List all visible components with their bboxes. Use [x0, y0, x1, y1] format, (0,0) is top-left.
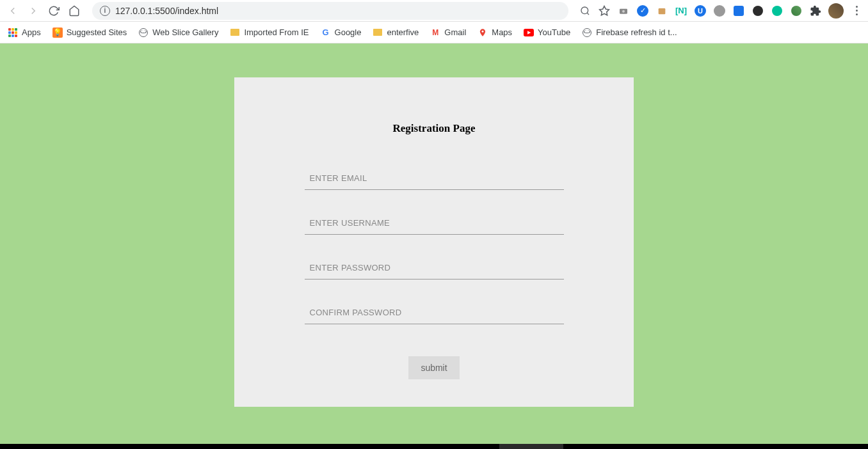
reload-button[interactable]	[46, 3, 61, 19]
globe-icon	[138, 28, 149, 38]
submit-button[interactable]: submit	[408, 356, 460, 379]
google-icon: G	[321, 28, 331, 38]
bookmark-apps[interactable]: Apps	[8, 28, 41, 38]
bookmarks-bar: Apps 💡 Suggested Sites Web Slice Gallery…	[0, 22, 868, 43]
back-button[interactable]	[5, 3, 20, 19]
bookmark-label: Firebase refresh id t...	[596, 28, 677, 37]
svg-line-1	[587, 13, 589, 15]
email-field[interactable]	[305, 167, 564, 190]
bookmark-suggested-sites[interactable]: 💡 Suggested Sites	[52, 28, 127, 38]
profile-avatar[interactable]	[828, 3, 844, 19]
bookmark-label: Web Slice Gallery	[152, 28, 218, 37]
bookmark-star-icon[interactable]	[598, 4, 611, 17]
svg-rect-5	[659, 8, 666, 14]
bookmark-youtube[interactable]: YouTube	[524, 28, 570, 38]
page-title: Registration Page	[273, 122, 595, 135]
extension-globe-icon[interactable]	[790, 4, 803, 17]
bookmark-google[interactable]: G Google	[321, 28, 362, 38]
folder-icon	[230, 28, 240, 38]
password-field[interactable]	[305, 256, 564, 280]
bookmark-label: Apps	[22, 28, 41, 37]
youtube-icon	[524, 28, 534, 38]
bookmark-maps[interactable]: Maps	[478, 28, 512, 38]
extension-blue-icon[interactable]	[732, 4, 745, 17]
home-button[interactable]	[67, 3, 82, 19]
taskbar-segment	[499, 444, 563, 449]
extension-robot-icon[interactable]	[655, 4, 668, 17]
confirm-password-field[interactable]	[305, 301, 564, 324]
site-info-icon[interactable]: i	[100, 6, 110, 16]
maps-pin-icon	[478, 28, 488, 38]
extension-check-icon[interactable]: ✓	[636, 4, 649, 17]
extension-block-icon[interactable]	[713, 4, 726, 17]
svg-marker-2	[600, 6, 609, 15]
username-field[interactable]	[305, 212, 564, 235]
lightbulb-icon: 💡	[52, 28, 63, 38]
bookmark-label: YouTube	[538, 28, 570, 37]
svg-point-0	[581, 7, 588, 14]
extension-shield-icon[interactable]: U	[694, 4, 707, 17]
forward-button[interactable]	[26, 3, 41, 19]
taskbar	[0, 444, 868, 449]
bookmark-imported-ie[interactable]: Imported From IE	[230, 28, 309, 38]
extension-n-icon[interactable]: [N]	[675, 4, 687, 17]
browser-toolbar: i 127.0.0.1:5500/index.html ✓ [N] U	[0, 0, 868, 22]
bookmark-label: Gmail	[444, 28, 466, 37]
svg-point-4	[622, 10, 625, 12]
zoom-icon[interactable]	[579, 4, 591, 17]
page-body: Registration Page submit	[0, 43, 868, 444]
bookmark-label: Maps	[492, 28, 512, 37]
bookmark-enterfive[interactable]: enterfive	[373, 28, 419, 38]
menu-button[interactable]	[850, 6, 863, 15]
address-bar[interactable]: i 127.0.0.1:5500/index.html	[92, 2, 568, 20]
bookmark-label: Google	[335, 28, 362, 37]
bookmark-label: enterfive	[387, 28, 419, 37]
bookmark-label: Suggested Sites	[67, 28, 127, 37]
bookmark-label: Imported From IE	[244, 28, 309, 37]
svg-point-6	[482, 30, 484, 32]
registration-card: Registration Page submit	[234, 77, 634, 407]
extension-dark-icon[interactable]	[751, 4, 764, 17]
extensions-puzzle-icon[interactable]	[809, 4, 822, 17]
url-text: 127.0.0.1:5500/index.html	[115, 6, 561, 16]
apps-grid-icon	[8, 28, 18, 38]
toolbar-icons: ✓ [N] U	[579, 3, 863, 19]
extension-green-icon[interactable]	[771, 4, 784, 17]
bookmark-firebase[interactable]: Firebase refresh id t...	[582, 28, 677, 38]
gmail-icon: M	[430, 28, 440, 38]
bookmark-web-slice[interactable]: Web Slice Gallery	[138, 28, 218, 38]
extension-camera-icon[interactable]	[617, 4, 630, 17]
bookmark-gmail[interactable]: M Gmail	[430, 28, 466, 38]
folder-icon	[373, 28, 383, 38]
globe-icon	[582, 28, 592, 38]
